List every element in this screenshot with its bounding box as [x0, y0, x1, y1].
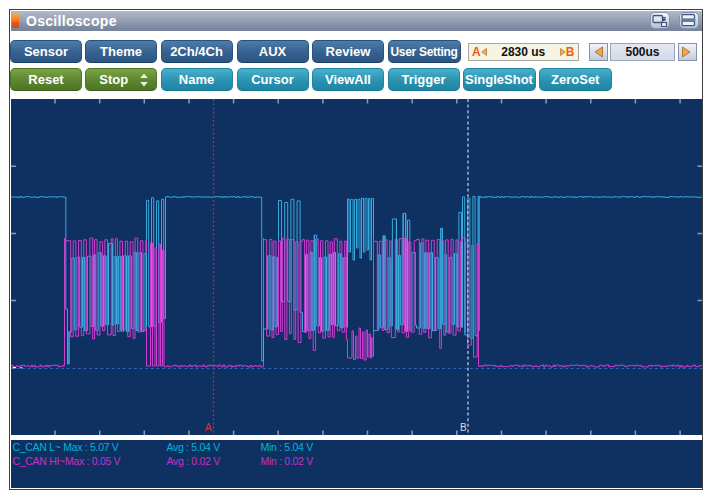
- svg-text:A: A: [205, 422, 212, 433]
- svg-text:B: B: [460, 422, 467, 433]
